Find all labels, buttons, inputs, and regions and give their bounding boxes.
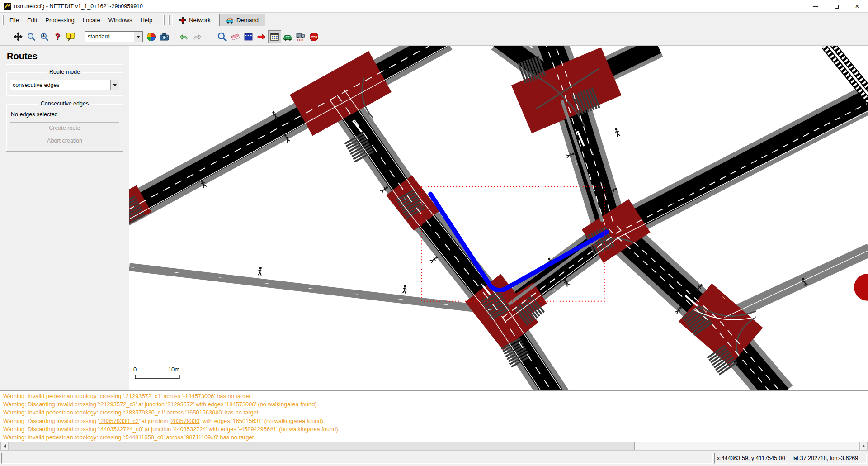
title-bar: osm.netccfg - NETEDIT v1_1_0+1621-29b095… (0, 0, 868, 13)
netedit-window: osm.netccfg - NETEDIT v1_1_0+1621-29b095… (0, 0, 868, 466)
cartesian-coordinates: x:444363.59, y:4117545.00 (714, 453, 788, 464)
junction-id-link[interactable]: 21293572 (167, 401, 193, 408)
menu-bar: File Edit Processing Locate Windows Help… (0, 13, 868, 28)
scale-zero-label: 0 (133, 366, 137, 373)
demand-supermode-button[interactable]: Demand (219, 14, 265, 26)
message-window[interactable]: Warning: Invalid pedestrian topology: cr… (0, 390, 868, 442)
network-canvas[interactable]: ↑ ↑ ↑ ↑ ↑ ↑ ↑ ↑ ↑ ↑ (129, 46, 868, 390)
route-mode-icon (270, 32, 279, 42)
snapshot-button[interactable] (158, 30, 171, 43)
route-mode-button[interactable] (268, 30, 281, 43)
camera-icon (160, 32, 169, 42)
chevron-down-icon (113, 84, 117, 86)
geo-coordinates: lat:37.202718, lon:-3.6269 (790, 453, 867, 464)
warning-line: Warning: Invalid pedestrian topology: cr… (3, 392, 868, 400)
help-icon: ? ? (53, 32, 62, 41)
close-button[interactable]: ✕ (847, 0, 868, 13)
route-mode-select[interactable]: consecutive edges (10, 80, 119, 90)
horizontal-scrollbar[interactable] (0, 442, 868, 450)
main-area: Routes Route mode consecutive edges Cons… (0, 46, 868, 390)
move-mode-button[interactable] (255, 30, 268, 43)
redo-icon (193, 32, 202, 41)
toolbar-grip[interactable] (2, 15, 4, 25)
toolbar-grip[interactable] (163, 15, 165, 25)
type-icon-label: TYPE (297, 38, 305, 41)
maximize-button[interactable] (826, 0, 847, 13)
move-view-icon (14, 32, 23, 41)
view-preset-select[interactable]: standard (85, 31, 143, 42)
route-mode-group-label: Route mode (47, 69, 82, 75)
demand-label: Demand (236, 17, 259, 24)
arrow-left-icon (4, 444, 6, 448)
menu-windows[interactable]: Windows (104, 14, 137, 27)
menu-processing[interactable]: Processing (41, 14, 78, 27)
divider (6, 64, 123, 65)
app-icon (4, 3, 11, 10)
crossing-id-link[interactable]: :21293572_c3 (99, 401, 136, 408)
help-button[interactable]: ? ? (51, 30, 64, 43)
zoom-button[interactable] (24, 30, 38, 43)
window-title: osm.netccfg - NETEDIT v1_1_0+1621-29b095… (14, 3, 143, 10)
close-icon: ✕ (855, 3, 859, 10)
svg-text:?: ? (55, 32, 60, 41)
scrollbar-track[interactable] (635, 442, 859, 450)
abort-creation-button[interactable]: Abort creation (10, 135, 119, 146)
toolbar-grip[interactable] (168, 15, 170, 25)
network-supermode-button[interactable]: Network (172, 14, 217, 26)
toolbar: ? ? ! standard (0, 28, 868, 46)
type-mode-button[interactable]: TYPE (294, 30, 307, 43)
messages-button[interactable]: ! (64, 30, 77, 43)
vehicle-mode-button[interactable] (281, 30, 294, 43)
select-mode-button[interactable] (242, 30, 255, 43)
network-label: Network (189, 17, 211, 24)
stop-icon: STOP (309, 32, 319, 42)
route-mode-group: Route mode consecutive edges (6, 72, 123, 96)
scale-bar: 0 10m (133, 366, 179, 379)
crossing-id-link[interactable]: :4403532724_c0 (99, 426, 142, 433)
redo-button[interactable] (190, 30, 203, 43)
menu-locate[interactable]: Locate (79, 14, 104, 27)
junction-bubble (854, 274, 868, 301)
scrollbar-thumb[interactable] (9, 442, 635, 450)
eraser-icon (231, 32, 240, 42)
frame-title: Routes (7, 51, 123, 62)
undo-icon (179, 32, 189, 41)
menu-help[interactable]: Help (136, 14, 156, 27)
delete-mode-button[interactable] (229, 30, 242, 43)
locate-button[interactable] (38, 30, 51, 43)
status-message-field (1, 453, 713, 464)
junctions[interactable] (129, 47, 868, 366)
locate-icon (40, 32, 49, 41)
create-route-button[interactable]: Create route (10, 122, 119, 133)
inspect-mode-button[interactable] (216, 30, 229, 43)
vehicle-icon (283, 32, 292, 42)
warning-line: Warning: Invalid pedestrian topology: cr… (3, 409, 868, 417)
junction-id-link[interactable]: 283579330 (170, 418, 199, 424)
view-preset-value: standard (85, 33, 134, 40)
route-mode-dropdown[interactable] (110, 80, 119, 90)
undo-button[interactable] (177, 30, 190, 43)
zoom-icon (27, 32, 36, 41)
minimize-icon: — (813, 3, 818, 10)
crossing-id-link[interactable]: :283579330_c2 (99, 418, 139, 424)
menu-edit[interactable]: Edit (23, 14, 41, 27)
scroll-right-button[interactable] (859, 442, 868, 450)
crossing-id-link[interactable]: :21293572_c1 (124, 393, 160, 399)
scroll-left-button[interactable] (0, 442, 9, 450)
svg-text:!: ! (70, 33, 71, 39)
consecutive-edges-group-label: Consecutive edges (38, 100, 91, 107)
warning-line: Warning: Discarding invalid crossing ':2… (3, 400, 868, 409)
crossing-id-link[interactable]: :283579330_c1 (124, 409, 164, 416)
type-icon: TYPE (296, 32, 306, 42)
crossing-id-link[interactable]: :544811058_c0 (124, 434, 163, 441)
menu-file[interactable]: File (5, 14, 23, 27)
move-view-button[interactable] (11, 30, 24, 43)
warning-line: Warning: Discarding invalid crossing ':2… (3, 417, 868, 425)
minimize-button[interactable]: — (805, 0, 826, 13)
color-scheme-button[interactable] (145, 30, 158, 43)
view-preset-dropdown[interactable] (134, 32, 142, 42)
chevron-down-icon (137, 36, 140, 38)
stop-mode-button[interactable]: STOP (307, 30, 321, 43)
network-map[interactable]: ↑ ↑ ↑ ↑ ↑ ↑ ↑ ↑ ↑ ↑ (129, 46, 868, 390)
message-bubble-icon: ! (66, 32, 75, 41)
